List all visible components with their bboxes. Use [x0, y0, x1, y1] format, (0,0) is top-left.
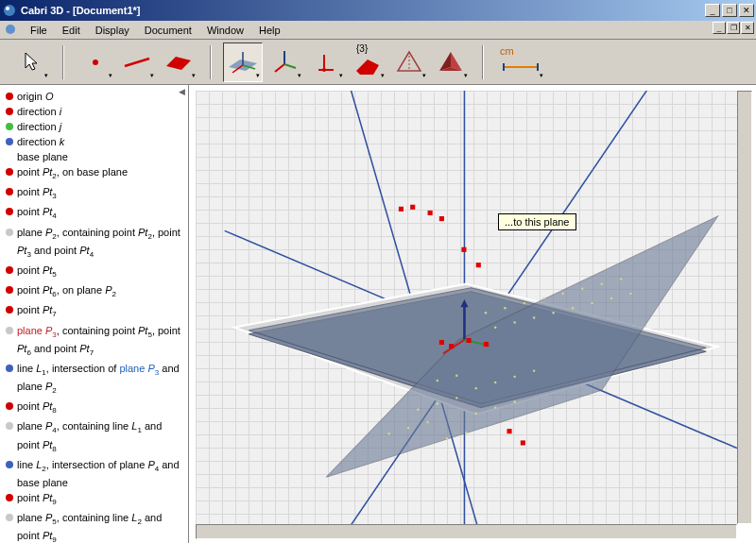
- perpendicular-tool[interactable]: ▾: [306, 42, 346, 82]
- point-tool[interactable]: ▾: [76, 42, 115, 82]
- object-list-item[interactable]: point Pt2, on base plane: [2, 164, 186, 184]
- menu-edit[interactable]: Edit: [55, 23, 88, 38]
- svg-point-44: [417, 408, 419, 410]
- svg-point-24: [524, 302, 525, 304]
- menu-display[interactable]: Display: [88, 23, 137, 38]
- svg-point-31: [513, 321, 515, 323]
- menu-help[interactable]: Help: [251, 23, 288, 38]
- line-tool[interactable]: ▾: [117, 42, 157, 82]
- scene-3d[interactable]: [196, 91, 737, 535]
- object-list-item[interactable]: line L2, intersection of plane P4 and ba…: [2, 457, 186, 490]
- svg-point-0: [4, 5, 15, 16]
- svg-rect-69: [507, 429, 511, 433]
- window-titlebar: Cabri 3D - [Document1*] _ □ ✕: [0, 0, 756, 21]
- object-list-item[interactable]: point Pt4: [2, 204, 186, 224]
- object-list-item[interactable]: point Pt6, on plane P2: [2, 282, 186, 302]
- polygon-tool[interactable]: {3} ▾: [348, 42, 387, 82]
- object-bullet-icon: [6, 93, 13, 100]
- svg-point-38: [437, 380, 438, 382]
- svg-point-41: [494, 382, 496, 383]
- menubar: FileEditDisplayDocumentWindowHelp _ ❐ ✕: [0, 21, 756, 40]
- svg-rect-65: [439, 340, 444, 345]
- axes-tool[interactable]: ▾: [265, 42, 304, 82]
- object-bullet-icon: [6, 402, 13, 410]
- object-list-item[interactable]: base plane: [2, 149, 186, 164]
- svg-point-1: [6, 7, 9, 10]
- object-list-item[interactable]: direction i: [2, 104, 186, 119]
- object-list-item[interactable]: direction j: [2, 119, 186, 134]
- object-label: plane P4, containing line L1 and point P…: [17, 419, 184, 455]
- mdi-minimize-button[interactable]: _: [713, 22, 726, 34]
- object-bullet-icon: [6, 365, 13, 372]
- svg-point-45: [437, 402, 438, 404]
- object-list-item[interactable]: point Pt3: [2, 184, 186, 204]
- svg-point-3: [93, 59, 98, 65]
- vertical-scrollbar[interactable]: [737, 91, 752, 524]
- object-list-item[interactable]: point Pt7: [2, 302, 186, 322]
- object-list-item[interactable]: plane P4, containing line L1 and point P…: [2, 418, 186, 456]
- object-list-item[interactable]: point Pt9: [2, 490, 186, 510]
- object-bullet-icon: [6, 514, 13, 521]
- svg-line-4: [125, 59, 149, 66]
- tetrahedron-wire-tool[interactable]: ▾: [389, 42, 429, 82]
- svg-line-10: [284, 64, 296, 68]
- svg-point-23: [504, 307, 506, 309]
- cursor-tool[interactable]: ▾: [11, 42, 51, 82]
- measurement-tool[interactable]: cm ▾: [495, 42, 546, 82]
- object-label: point Pt9: [17, 491, 184, 509]
- menu-document[interactable]: Document: [137, 23, 199, 38]
- object-list-item[interactable]: origin O: [2, 89, 186, 104]
- tetrahedron-solid-tool[interactable]: ▾: [431, 42, 471, 82]
- mdi-restore-button[interactable]: ❐: [727, 22, 740, 34]
- object-list-sidebar[interactable]: ◀ origin Odirection idirection jdirectio…: [0, 85, 189, 543]
- minimize-button[interactable]: _: [705, 4, 720, 17]
- object-list-item[interactable]: plane P3, containing point Pt5, point Pt…: [2, 323, 186, 361]
- plane-tool[interactable]: ▾: [159, 42, 198, 82]
- object-list-item[interactable]: plane P2, containing point Pt2, point Pt…: [2, 225, 186, 263]
- horizontal-scrollbar[interactable]: [196, 524, 737, 539]
- svg-point-40: [474, 387, 476, 389]
- object-bullet-icon: [6, 123, 13, 130]
- window-title: Cabri 3D - [Document1*]: [21, 5, 705, 16]
- object-label: direction k: [17, 135, 184, 148]
- object-list-item[interactable]: line L1, intersection of plane P3 and pl…: [2, 361, 186, 399]
- svg-rect-60: [410, 205, 415, 210]
- object-label: line L2, intersection of plane P4 and ba…: [17, 458, 184, 489]
- svg-point-54: [465, 432, 467, 433]
- svg-point-39: [455, 375, 457, 377]
- object-bullet-icon: [6, 306, 13, 314]
- svg-point-48: [494, 406, 496, 408]
- mdi-close-button[interactable]: ✕: [741, 22, 754, 34]
- menu-file[interactable]: File: [23, 23, 55, 38]
- svg-rect-62: [439, 216, 444, 221]
- object-bullet-icon: [6, 188, 13, 195]
- viewport-3d[interactable]: ...to this plane: [189, 85, 756, 543]
- maximize-button[interactable]: □: [722, 4, 737, 17]
- sidebar-collapse-icon[interactable]: ◀: [179, 87, 188, 96]
- object-list-item[interactable]: point Pt8: [2, 399, 186, 418]
- svg-point-53: [446, 437, 448, 439]
- svg-point-13: [322, 68, 326, 72]
- svg-rect-61: [428, 211, 433, 215]
- axes-plane-tool[interactable]: ▾: [223, 42, 263, 82]
- object-bullet-icon: [6, 168, 13, 176]
- svg-rect-70: [521, 440, 525, 445]
- svg-point-49: [513, 400, 515, 402]
- close-button[interactable]: ✕: [739, 4, 754, 17]
- svg-point-2: [6, 25, 15, 34]
- svg-point-36: [610, 297, 612, 299]
- svg-point-35: [591, 302, 593, 304]
- tooltip: ...to this plane: [498, 213, 576, 230]
- object-list-item[interactable]: plane P5, containing line L2 and point P…: [2, 510, 186, 543]
- object-bullet-icon: [6, 286, 13, 294]
- menu-window[interactable]: Window: [199, 23, 251, 38]
- object-label: direction i: [17, 105, 184, 118]
- svg-point-22: [485, 312, 487, 314]
- svg-rect-67: [466, 338, 471, 343]
- svg-point-29: [620, 278, 622, 280]
- svg-point-30: [494, 326, 496, 328]
- svg-point-50: [387, 433, 389, 434]
- object-list-item[interactable]: point Pt5: [2, 263, 186, 282]
- object-list-item[interactable]: direction k: [2, 134, 186, 149]
- svg-point-27: [581, 288, 583, 290]
